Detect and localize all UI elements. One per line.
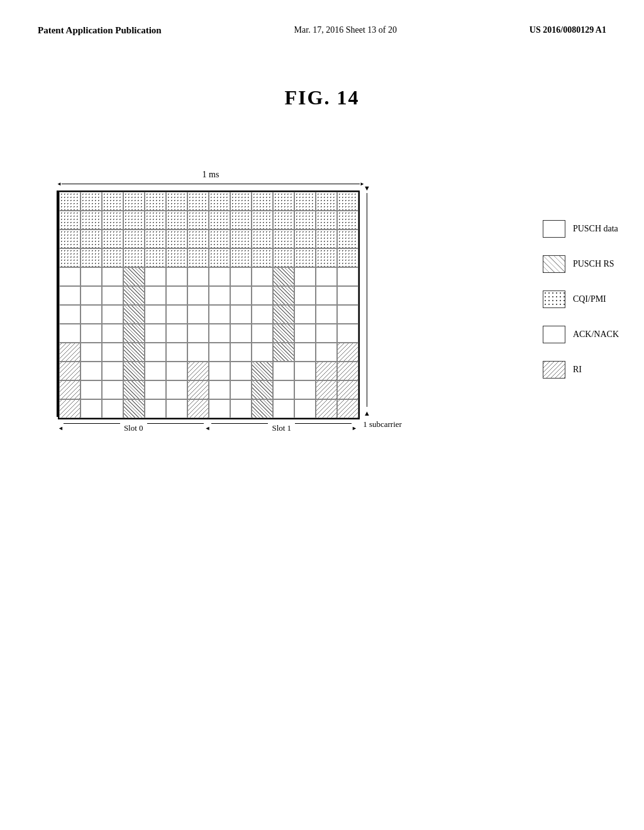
grid-cell [273, 362, 294, 380]
grid-cell [102, 399, 123, 418]
diagram-container: 1 ms ▼ ▲ 1 subcarrier [50, 170, 491, 433]
grid-cell [209, 192, 230, 211]
grid-cell [209, 248, 230, 267]
subcarrier-line [367, 193, 367, 407]
grid-cell [166, 211, 187, 230]
grid-cell [294, 399, 316, 418]
grid-cell [209, 362, 230, 380]
grid-cell [166, 248, 187, 267]
grid-cell [337, 286, 358, 305]
grid-cell [294, 230, 316, 248]
grid-cell [145, 324, 166, 343]
grid-cell [166, 362, 187, 380]
grid-cell [166, 399, 187, 418]
grid-cell [316, 230, 337, 248]
grid-cell [273, 267, 294, 286]
subcarrier-text: 1 subcarrier [363, 419, 402, 429]
grid-cell [294, 211, 316, 230]
grid-cell [166, 192, 187, 211]
grid-cell [316, 192, 337, 211]
slot-arrows-container: ◄ Slot 0 ◄ Slot 1 ► [58, 423, 491, 433]
grid-cell [123, 248, 145, 267]
legend-item-ack-nack: ACK/NACK [543, 326, 619, 343]
grid-cell [59, 305, 80, 324]
grid-cell [187, 286, 209, 305]
grid-cell [230, 286, 252, 305]
grid-cell [102, 324, 123, 343]
grid-cell [80, 211, 102, 230]
grid-cell [209, 230, 230, 248]
grid-cell [123, 192, 145, 211]
grid-cell [252, 343, 273, 362]
grid-cell [337, 305, 358, 324]
grid-cell [316, 324, 337, 343]
grid-cell [252, 267, 273, 286]
grid-cell [337, 267, 358, 286]
grid-cell [252, 230, 273, 248]
grid-cell [209, 380, 230, 399]
grid-cell [230, 230, 252, 248]
grid-cell [80, 286, 102, 305]
grid-cell [337, 192, 358, 211]
grid-cell [273, 305, 294, 324]
grid-cell [316, 343, 337, 362]
grid-cell [337, 380, 358, 399]
grid-cell [252, 211, 273, 230]
grid-cell [230, 211, 252, 230]
grid-cell [102, 230, 123, 248]
grid-cell [316, 286, 337, 305]
grid-cell [316, 211, 337, 230]
grid-cell [337, 362, 358, 380]
grid-cell [209, 399, 230, 418]
resource-grid [58, 191, 360, 419]
grid-cell [145, 305, 166, 324]
grid-cell [59, 362, 80, 380]
grid-cell [294, 192, 316, 211]
grid-cell [187, 362, 209, 380]
grid-cell [316, 380, 337, 399]
ms-arrow [57, 181, 365, 187]
header-left: Patent Application Publication [38, 25, 162, 36]
grid-cell [102, 305, 123, 324]
grid-cell [123, 211, 145, 230]
grid-cell [187, 248, 209, 267]
grid-cell [102, 248, 123, 267]
grid-cell [102, 343, 123, 362]
legend-label-ack-nack: ACK/NACK [573, 329, 619, 340]
grid-cell [166, 324, 187, 343]
grid-cell [123, 362, 145, 380]
grid-cell [145, 362, 166, 380]
grid-cell [294, 248, 316, 267]
grid-cell [273, 324, 294, 343]
grid-cell [80, 399, 102, 418]
grid-cell [145, 248, 166, 267]
ms-label: 1 ms [57, 170, 365, 180]
legend-label-ri: RI [573, 365, 582, 375]
grid-cell [102, 267, 123, 286]
legend-box-pusch-rs [543, 255, 565, 273]
legend-item-pusch-rs: PUSCH RS [543, 255, 619, 273]
grid-cell [187, 192, 209, 211]
grid-cell [166, 305, 187, 324]
grid-cell [187, 399, 209, 418]
grid-cell [230, 267, 252, 286]
grid-cell [59, 343, 80, 362]
subcarrier-annotation: ▼ ▲ 1 subcarrier [364, 191, 370, 417]
grid-cell [230, 305, 252, 324]
grid-cell [294, 286, 316, 305]
grid-cell [273, 380, 294, 399]
grid-cell [80, 267, 102, 286]
grid-cell [123, 305, 145, 324]
grid-cell [252, 305, 273, 324]
grid-cell [187, 267, 209, 286]
grid-cell [252, 286, 273, 305]
grid-cell [59, 211, 80, 230]
grid-cell [316, 248, 337, 267]
grid-cell [187, 211, 209, 230]
grid-cell [145, 211, 166, 230]
grid-cell [102, 211, 123, 230]
grid-cell [123, 286, 145, 305]
grid-cell [80, 230, 102, 248]
grid-cell [273, 343, 294, 362]
grid-cell [80, 343, 102, 362]
